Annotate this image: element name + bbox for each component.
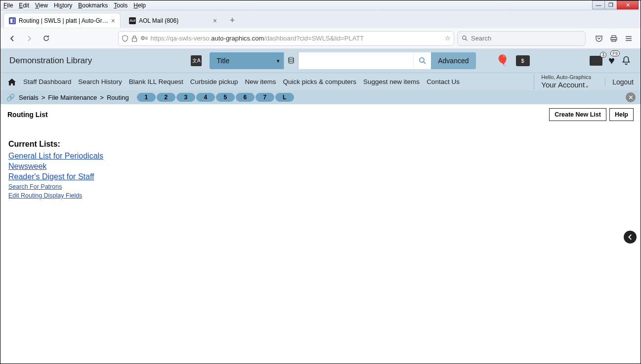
nav-contact[interactable]: Contact Us [427, 78, 460, 85]
close-panel-icon[interactable]: ✕ [626, 92, 636, 102]
tab-close-icon[interactable]: × [111, 17, 115, 25]
tab-aol[interactable]: Aol AOL Mail (806) × [124, 13, 222, 28]
help-button[interactable]: Help [609, 108, 634, 121]
greeting-text: Hello, Auto-Graphics [541, 74, 591, 81]
browser-search-input[interactable] [471, 35, 581, 42]
print-icon[interactable] [610, 35, 618, 42]
notifications-icon[interactable] [621, 55, 632, 66]
shield-icon[interactable] [122, 35, 128, 42]
pill-1[interactable]: 1 [137, 93, 156, 102]
pill-5[interactable]: 5 [216, 93, 235, 102]
account-menu[interactable]: Hello, Auto-Graphics Your Account⌄ [534, 74, 591, 89]
pill-4[interactable]: 4 [196, 93, 215, 102]
page-title: Routing List [7, 111, 48, 119]
routing-list-link[interactable]: General List for Periodicals [8, 152, 633, 161]
nav-suggest[interactable]: Suggest new items [363, 78, 420, 85]
routing-list-link[interactable]: Newsweek [8, 162, 633, 171]
catalog-search-input[interactable] [299, 52, 413, 69]
bookmark-star-icon[interactable]: ☆ [445, 35, 451, 42]
main-content: Current Lists: General List for Periodic… [0, 125, 641, 207]
close-window-button[interactable]: ✕ [617, 0, 639, 9]
menu-view[interactable]: View [35, 2, 48, 9]
tab-title: Routing | SWLS | platt | Auto-Gr… [19, 17, 108, 24]
favicon-app-icon: ◧ [9, 17, 16, 24]
svg-rect-5 [612, 40, 616, 41]
lists-icon[interactable] [590, 56, 602, 66]
main-nav: Staff Dashboard Search History Blank ILL… [0, 73, 641, 90]
crumb-serials[interactable]: Serials [19, 94, 39, 101]
menu-bookmarks[interactable]: Bookmarks [78, 2, 108, 9]
pill-3[interactable]: 3 [176, 93, 195, 102]
address-bar[interactable]: ⚙≡ https://qa-swls-verso.auto-graphics.c… [118, 31, 454, 46]
browser-search-box[interactable] [457, 31, 586, 46]
reload-button[interactable] [39, 32, 53, 45]
svg-point-10 [420, 58, 424, 62]
menu-history[interactable]: History [54, 2, 72, 9]
nav-staff-dashboard[interactable]: Staff Dashboard [23, 78, 71, 85]
pocket-icon[interactable] [595, 35, 603, 42]
routing-list-link[interactable]: Reader's Digest for Staff [8, 172, 633, 181]
window-controls: — ❐ ✕ [593, 0, 639, 9]
svg-rect-0 [132, 38, 137, 41]
nav-search-history[interactable]: Search History [78, 78, 122, 85]
header-right: ♥ [590, 54, 632, 67]
menu-tools[interactable]: Tools [114, 2, 128, 9]
browser-menu-bar: File Edit View History Bookmarks Tools H… [0, 0, 641, 10]
crumb-sep: > [100, 94, 104, 101]
maximize-button[interactable]: ❐ [604, 0, 617, 9]
your-account-label: Your Account⌄ [541, 81, 591, 89]
tab-title: AOL Mail (806) [139, 17, 178, 24]
pill-2[interactable]: 2 [157, 93, 175, 102]
tab-routing[interactable]: ◧ Routing | SWLS | platt | Auto-Gr… × [3, 13, 121, 28]
toolbar-right-icons [595, 35, 636, 42]
menu-help[interactable]: Help [133, 2, 146, 9]
back-button[interactable] [5, 32, 19, 45]
nav-quick-picks[interactable]: Quick picks & computers [283, 78, 357, 85]
nav-new-items[interactable]: New items [245, 78, 276, 85]
pill-6[interactable]: 6 [236, 93, 255, 102]
header-icons: 🎈 [496, 54, 530, 67]
forward-button[interactable] [22, 32, 36, 45]
crumb-sep: > [42, 94, 45, 101]
step-pills: 1 2 3 4 5 6 7 L [137, 93, 294, 102]
pill-7[interactable]: 7 [256, 93, 274, 102]
chevron-down-icon: ⌄ [585, 82, 589, 88]
menu-edit[interactable]: Edit [19, 2, 29, 9]
menu-file[interactable]: File [3, 2, 13, 9]
home-icon[interactable] [7, 78, 16, 86]
favicon-aol-icon: Aol [129, 17, 136, 24]
fines-icon[interactable] [516, 55, 530, 66]
balloon-icon[interactable]: 🎈 [496, 54, 509, 67]
minimize-button[interactable]: — [592, 0, 605, 9]
library-name: Demonstration Library [9, 56, 92, 66]
pill-l[interactable]: L [275, 93, 294, 102]
catalog-search-button[interactable] [413, 52, 431, 69]
svg-point-1 [463, 36, 466, 40]
favorites-icon[interactable]: ♥ [608, 54, 615, 67]
database-icon[interactable] [284, 52, 299, 69]
page-header: Routing List Create New List Help [0, 104, 641, 125]
advanced-search-button[interactable]: Advanced [431, 52, 475, 69]
nav-curbside[interactable]: Curbside pickup [190, 78, 238, 85]
new-tab-button[interactable]: + [225, 13, 239, 27]
chain-icon: 🔗 [6, 93, 15, 101]
lock-icon[interactable] [131, 35, 137, 42]
crumb-file-maint[interactable]: File Maintenance [48, 94, 97, 101]
app-header: Demonstration Library 文A Title Advanced … [0, 49, 641, 73]
crumb-routing[interactable]: Routing [107, 94, 129, 101]
language-icon[interactable]: 文A [191, 55, 202, 66]
nav-blank-ill[interactable]: Blank ILL Request [129, 78, 183, 85]
current-lists-heading: Current Lists: [8, 140, 633, 149]
floating-back-button[interactable] [624, 231, 637, 243]
permissions-icon[interactable]: ⚙≡ [140, 35, 147, 41]
browser-toolbar: ⚙≡ https://qa-swls-verso.auto-graphics.c… [0, 28, 641, 49]
search-patrons-link[interactable]: Search For Patrons [8, 183, 633, 190]
edit-display-fields-link[interactable]: Edit Routing Display Fields [8, 192, 633, 199]
search-icon [462, 35, 468, 41]
create-new-list-button[interactable]: Create New List [549, 108, 606, 121]
hamburger-menu-icon[interactable] [625, 35, 633, 42]
tab-close-icon[interactable]: × [213, 17, 217, 25]
logout-link[interactable]: Logout [605, 78, 634, 86]
url-text: https://qa-swls-verso.auto-graphics.com/… [150, 35, 442, 42]
search-type-dropdown[interactable]: Title [210, 52, 284, 69]
